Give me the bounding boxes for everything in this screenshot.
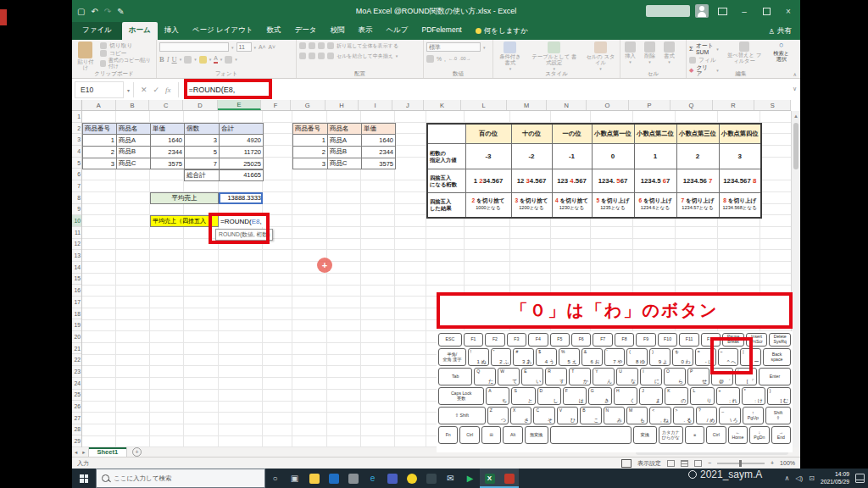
row-header-6[interactable]: 6 <box>72 169 81 180</box>
tab-ページ レイアウト[interactable]: ページ レイアウト <box>186 22 260 40</box>
ribbon-display-options-icon[interactable] <box>714 3 731 19</box>
digit-value-cell[interactable]: 0 <box>592 144 634 169</box>
column-header-N[interactable]: N <box>547 100 587 110</box>
digit-value-cell[interactable]: -1 <box>552 144 592 169</box>
tab-ヘルプ[interactable]: ヘルプ <box>379 22 415 40</box>
select-all-corner[interactable] <box>72 100 82 111</box>
row-header-18[interactable]: 18 <box>72 308 81 320</box>
zoom-slider[interactable] <box>717 463 765 464</box>
sheet-tab-sheet1[interactable]: Sheet1 <box>88 447 128 457</box>
row-header-5[interactable]: 5 <box>72 158 81 169</box>
avatar[interactable] <box>695 4 709 18</box>
column-header-E[interactable]: E <box>218 100 262 110</box>
rounded-number-cell[interactable]: 1234. 567 <box>592 169 634 193</box>
vertical-scroll-thumb[interactable] <box>793 123 798 169</box>
insert-function-icon[interactable]: fx <box>165 86 171 94</box>
table-row[interactable]: 2商品B2344 <box>293 147 396 158</box>
file-explorer-icon[interactable] <box>304 469 324 488</box>
row-header-13[interactable]: 13 <box>72 250 81 262</box>
column-header-I[interactable]: I <box>359 100 392 110</box>
row-header-11[interactable]: 11 <box>72 227 81 239</box>
tell-me-box[interactable]: 何をしますか <box>469 22 535 40</box>
font-size-select[interactable]: 11 <box>236 42 252 52</box>
column-header-S[interactable]: S <box>754 100 791 110</box>
table-header-cell[interactable]: 商品番号 <box>293 123 328 135</box>
row-header-16[interactable]: 16 <box>72 285 81 297</box>
mail-icon[interactable]: ✉ <box>441 469 460 488</box>
photos-icon[interactable] <box>324 469 343 488</box>
column-header-F[interactable]: F <box>261 100 291 110</box>
column-header-C[interactable]: C <box>149 100 183 110</box>
table-row[interactable]: 1商品A164034920 <box>83 135 264 147</box>
digit-value-cell[interactable]: 3 <box>719 144 761 169</box>
orientation-icon[interactable] <box>327 42 334 49</box>
zoom-out-icon[interactable]: − <box>708 460 711 466</box>
delete-cells-button[interactable]: 削除▾ <box>643 42 657 64</box>
scroll-up-icon[interactable]: ▲ <box>792 111 800 121</box>
row-header-9[interactable]: 9 <box>72 204 81 216</box>
tab-数式[interactable]: 数式 <box>259 22 287 40</box>
align-right-icon[interactable] <box>318 53 325 59</box>
rounded-number-cell[interactable]: 123 4.567 <box>552 169 592 193</box>
cancel-icon[interactable]: ✕ <box>141 86 147 94</box>
excel-icon[interactable]: X <box>480 469 499 488</box>
align-top-icon[interactable] <box>299 42 306 49</box>
round-result-cell[interactable]: 6 を切り上げ1234.6となる <box>634 193 676 218</box>
row-header-24[interactable]: 24 <box>72 378 81 390</box>
table-header-cell[interactable]: 単価 <box>362 123 396 135</box>
increase-decimal-icon[interactable]: ←.0 <box>448 56 457 61</box>
fill-button[interactable]: フィル <box>689 57 719 64</box>
ime-icon[interactable]: ⊡ <box>809 474 815 482</box>
close-button[interactable]: × <box>780 3 797 19</box>
digit-column-header[interactable]: 小数点第二位 <box>634 124 676 144</box>
fill-color-icon[interactable] <box>199 56 207 64</box>
align-left-icon[interactable] <box>299 53 306 59</box>
table-header-cell[interactable]: 単価 <box>151 123 185 135</box>
products-small-table-grid[interactable]: 商品番号商品名単価1商品A16402商品B23443商品C3575 <box>292 123 396 170</box>
rounded-number-cell[interactable]: 12 34.567 <box>511 169 552 193</box>
name-box[interactable]: E10 <box>75 81 124 98</box>
cell-styles-button[interactable]: セルの スタイル▾ <box>584 42 617 71</box>
screen-share-icon[interactable]: ▶ <box>460 469 480 488</box>
table-row[interactable]: 3商品C3575725025 <box>83 158 264 169</box>
tab-表示[interactable]: 表示 <box>351 22 379 40</box>
notification-center-icon[interactable] <box>855 474 865 483</box>
sheet-nav-left-icon[interactable]: ◂ <box>72 449 80 456</box>
borders-icon[interactable] <box>184 56 192 64</box>
row-header-29[interactable]: 29 <box>72 435 81 447</box>
rounded-number-cell[interactable]: 1234.5 67 <box>634 169 676 193</box>
redo-icon[interactable]: ↷ <box>104 7 111 16</box>
format-cells-button[interactable]: 書式▾ <box>662 42 676 64</box>
row-header-22[interactable]: 22 <box>72 354 81 366</box>
column-header-L[interactable]: L <box>461 100 507 110</box>
column-header-G[interactable]: G <box>291 100 326 110</box>
page-break-view-icon[interactable] <box>694 460 702 467</box>
table-header-cell[interactable]: 個数 <box>185 123 220 135</box>
tab-挿入[interactable]: 挿入 <box>158 22 186 40</box>
row-header-25[interactable]: 25 <box>72 390 81 402</box>
digit-column-header[interactable]: 小数点第四位 <box>719 124 761 144</box>
table-header-cell[interactable]: 商品名 <box>117 123 151 135</box>
taskbar-clock[interactable]: 14:09 2021/05/29 <box>821 471 849 485</box>
tab-file[interactable]: ファイル <box>72 22 122 40</box>
row-header-12[interactable]: 12 <box>72 239 81 251</box>
start-button[interactable] <box>72 469 96 488</box>
store-icon[interactable] <box>343 469 363 488</box>
restore-button[interactable] <box>758 3 775 19</box>
round-result-cell[interactable]: 8 を切り上げ1234.568となる <box>719 193 761 218</box>
digit-value-cell[interactable]: 1 <box>634 144 676 169</box>
row-header-1[interactable]: 1 <box>72 111 81 123</box>
tab-ホーム[interactable]: ホーム <box>122 22 158 40</box>
rounded-number-cell[interactable]: 1234.567 8 <box>719 169 761 193</box>
table-row[interactable]: 1商品A1640 <box>293 135 396 147</box>
shrink-font-icon[interactable]: A˅ <box>269 44 276 51</box>
sheet-nav-right-icon[interactable]: ▸ <box>80 449 87 456</box>
format-as-table-button[interactable]: テーブルとして 書式設定▾ <box>530 42 579 71</box>
taskbar-search-box[interactable]: ここに入力して検索 <box>96 469 265 488</box>
zoom-in-icon[interactable]: + <box>771 460 774 466</box>
speaker-icon[interactable]: ◁) <box>795 474 803 482</box>
font-color-icon[interactable]: A <box>214 55 218 64</box>
grow-font-icon[interactable]: A˄ <box>259 44 266 51</box>
save-icon[interactable]: ▢ <box>77 7 85 16</box>
row-header-8[interactable]: 8 <box>72 192 81 204</box>
